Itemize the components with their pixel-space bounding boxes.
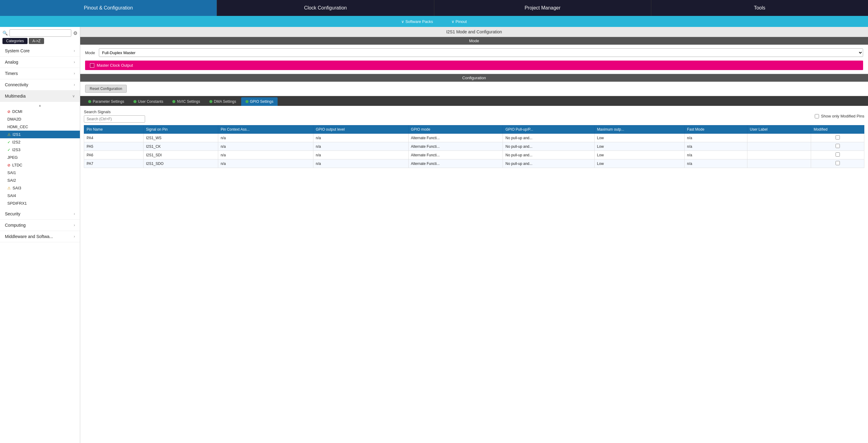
- tab-dot-icon: [88, 100, 91, 103]
- chevron-right-icon: ›: [74, 234, 75, 239]
- chevron-right-icon: ›: [74, 49, 75, 53]
- multimedia-items-list: ▲ ⊘ DCMI DMA2D HDMI_CEC ⚠ I2S1 ✓ I2S2: [0, 102, 80, 208]
- nav-clock-config[interactable]: Clock Configuration: [217, 0, 434, 16]
- list-item-dcmi[interactable]: ⊘ DCMI: [0, 108, 80, 115]
- list-item-sai2[interactable]: SAI2: [0, 177, 80, 184]
- search-signals-label: Search Signals: [84, 109, 145, 114]
- config-toolbar: Reset Configuration: [80, 82, 868, 96]
- tab-dma-settings[interactable]: DMA Settings: [205, 97, 241, 106]
- mode-section-header: Mode: [80, 37, 868, 45]
- list-item-sai1[interactable]: SAI1: [0, 169, 80, 177]
- search-signals-area: Search Signals Show only Modified Pins: [84, 109, 864, 123]
- tab-parameter-settings[interactable]: Parameter Settings: [84, 97, 128, 106]
- scroll-up-icon[interactable]: ▲: [38, 104, 42, 107]
- col-gpio-mode: GPIO mode: [408, 125, 503, 134]
- search-icon: 🔍: [2, 31, 8, 35]
- subnav-software-packs[interactable]: ∨ Software Packs: [401, 19, 433, 24]
- list-item-ltdc[interactable]: ⊘ LTDC: [0, 161, 80, 169]
- modified-checkbox[interactable]: [836, 144, 840, 148]
- chevron-right-icon: ›: [74, 212, 75, 216]
- table-row[interactable]: PA7 I2S1_SDO n/a n/a Alternate Functi...…: [84, 159, 864, 168]
- sidebar: 🔍 ⚙ Categories A->Z System Core › Analog…: [0, 27, 80, 443]
- search-input[interactable]: [9, 29, 71, 37]
- mode-row: Mode Full-Duplex Master Half-Duplex Mast…: [80, 45, 868, 61]
- tab-user-constants[interactable]: User Constants: [129, 97, 168, 106]
- chevron-right-icon: ›: [74, 83, 75, 87]
- tab-dot-icon: [209, 100, 212, 103]
- config-section-header: Configuration: [80, 74, 868, 82]
- tab-az[interactable]: A->Z: [29, 38, 44, 44]
- error-icon: ⊘: [7, 163, 10, 167]
- show-modified-checkbox[interactable]: [815, 114, 819, 118]
- mode-section: Mode Mode Full-Duplex Master Half-Duplex…: [80, 37, 868, 74]
- col-max-output: Maximum outp...: [594, 125, 684, 134]
- tab-gpio-settings[interactable]: GPIO Settings: [241, 97, 278, 106]
- nav-tools[interactable]: Tools: [651, 0, 868, 16]
- list-item-jpeg[interactable]: JPEG: [0, 154, 80, 161]
- show-modified-area: Show only Modified Pins: [815, 114, 864, 118]
- list-item-hdmi-cec[interactable]: HDMI_CEC: [0, 123, 80, 131]
- tab-dot-icon: [133, 100, 136, 103]
- col-modified: Modified: [811, 125, 864, 134]
- table-row[interactable]: PA4 I2S1_WS n/a n/a Alternate Functi... …: [84, 134, 864, 142]
- col-fast-mode: Fast Mode: [684, 125, 747, 134]
- main-layout: 🔍 ⚙ Categories A->Z System Core › Analog…: [0, 27, 868, 443]
- tab-dot-icon: [245, 100, 249, 103]
- config-section: Configuration Reset Configuration Parame…: [80, 74, 868, 443]
- tab-nvic-settings[interactable]: NVIC Settings: [168, 97, 204, 106]
- config-tabs: Parameter Settings User Constants NVIC S…: [80, 96, 868, 106]
- sidebar-item-computing[interactable]: Computing ›: [0, 220, 80, 231]
- list-item-spdifrx1[interactable]: SPDIFRX1: [0, 199, 80, 207]
- sidebar-item-timers[interactable]: Timers ›: [0, 68, 80, 79]
- list-item-i2s1[interactable]: ⚠ I2S1: [0, 131, 80, 138]
- modified-checkbox[interactable]: [836, 152, 840, 157]
- col-signal: Signal on Pin: [143, 125, 218, 134]
- sidebar-item-security[interactable]: Security ›: [0, 208, 80, 220]
- sidebar-item-system-core[interactable]: System Core ›: [0, 45, 80, 57]
- col-pin-name: Pin Name: [84, 125, 144, 134]
- table-row[interactable]: PA6 I2S1_SDI n/a n/a Alternate Functi...…: [84, 151, 864, 159]
- list-item-sai4[interactable]: SAI4: [0, 192, 80, 199]
- sidebar-search-area: 🔍 ⚙: [0, 27, 80, 38]
- master-clock-output-row[interactable]: Master Clock Output: [85, 61, 863, 70]
- table-row[interactable]: PA5 I2S1_CK n/a n/a Alternate Functi... …: [84, 142, 864, 151]
- tab-categories[interactable]: Categories: [2, 38, 28, 44]
- sidebar-items-list: System Core › Analog › Timers › Connecti…: [0, 45, 80, 443]
- error-icon: ⊘: [7, 109, 10, 114]
- search-signals-input[interactable]: [84, 115, 145, 123]
- sidebar-item-connectivity[interactable]: Connectivity ›: [0, 79, 80, 91]
- show-modified-label: Show only Modified Pins: [821, 114, 864, 118]
- modified-checkbox[interactable]: [836, 135, 840, 139]
- nav-project-manager[interactable]: Project Manager: [434, 0, 651, 16]
- sidebar-item-middleware[interactable]: Middleware and Softwa... ›: [0, 231, 80, 242]
- table-area: Search Signals Show only Modified Pins P…: [80, 106, 868, 443]
- content-area: I2S1 Mode and Configuration Mode Mode Fu…: [80, 27, 868, 443]
- col-context: Pin Context Ass...: [218, 125, 313, 134]
- content-title: I2S1 Mode and Configuration: [80, 27, 868, 37]
- sidebar-item-multimedia[interactable]: Multimedia ∨: [0, 91, 80, 102]
- list-item-i2s3[interactable]: ✓ I2S3: [0, 146, 80, 154]
- modified-checkbox[interactable]: [836, 161, 840, 165]
- top-nav: Pinout & Configuration Clock Configurati…: [0, 0, 868, 16]
- mode-label: Mode: [85, 51, 95, 55]
- chevron-down-icon: ∨: [72, 94, 75, 98]
- reset-config-button[interactable]: Reset Configuration: [85, 85, 127, 93]
- chevron-right-icon: ›: [74, 60, 75, 64]
- list-item-dma2d[interactable]: DMA2D: [0, 115, 80, 123]
- master-clock-square: [90, 63, 94, 68]
- table-body: PA4 I2S1_WS n/a n/a Alternate Functi... …: [84, 134, 864, 168]
- subnav-pinout[interactable]: ∨ Pinout: [452, 19, 467, 24]
- warn-icon: ⚠: [7, 186, 11, 190]
- nav-pinout-config[interactable]: Pinout & Configuration: [0, 0, 217, 16]
- sidebar-item-analog[interactable]: Analog ›: [0, 57, 80, 68]
- chevron-right-icon: ›: [74, 223, 75, 227]
- ok-icon: ✓: [7, 148, 10, 152]
- mode-select[interactable]: Full-Duplex Master Half-Duplex Master Sl…: [99, 48, 863, 57]
- gpio-table: Pin Name Signal on Pin Pin Context Ass..…: [84, 125, 864, 168]
- list-item-sai3[interactable]: ⚠ SAI3: [0, 184, 80, 192]
- list-item-i2s2[interactable]: ✓ I2S2: [0, 138, 80, 146]
- ok-icon: ✓: [7, 140, 10, 145]
- col-output-level: GPIO output level: [313, 125, 408, 134]
- gear-icon[interactable]: ⚙: [73, 30, 78, 36]
- table-head: Pin Name Signal on Pin Pin Context Ass..…: [84, 125, 864, 134]
